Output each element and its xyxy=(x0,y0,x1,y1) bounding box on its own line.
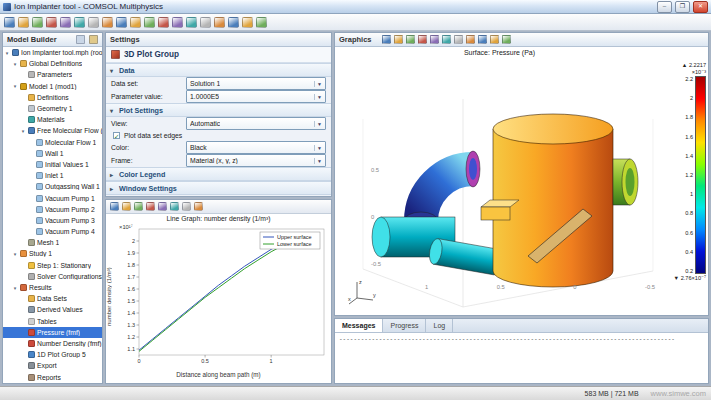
tree-item[interactable]: Data Sets xyxy=(3,293,102,304)
zoom-extents-icon[interactable] xyxy=(134,202,143,211)
save-icon[interactable] xyxy=(32,17,43,28)
tree-item[interactable]: Export xyxy=(3,360,102,371)
tree-expand-icon[interactable]: ▾ xyxy=(20,128,26,134)
plot-edges-checkbox[interactable]: ✓ xyxy=(113,132,120,139)
section-plot-settings[interactable]: ▾ Plot Settings xyxy=(106,103,331,117)
chevron-down-icon: ▼ xyxy=(314,94,322,100)
zoom-out-icon[interactable] xyxy=(122,202,131,211)
zoom-out-icon[interactable] xyxy=(394,35,403,44)
pan-icon[interactable] xyxy=(502,35,511,44)
dataset-select[interactable]: Solution 1 ▼ xyxy=(186,77,326,90)
tree-item[interactable]: Tables xyxy=(3,316,102,327)
tree-expand-icon[interactable]: ▾ xyxy=(12,285,18,291)
new-icon[interactable] xyxy=(4,17,15,28)
section-window-settings[interactable]: ▸ Window Settings xyxy=(106,181,331,195)
tree-item[interactable]: Outgassing Wall 1 xyxy=(3,181,102,192)
tree-expand-icon[interactable]: ▾ xyxy=(12,83,18,89)
minimize-button[interactable]: – xyxy=(657,1,672,13)
cut-icon[interactable] xyxy=(60,17,71,28)
section-data[interactable]: ▾ Data xyxy=(106,63,331,77)
frame-select[interactable]: Material (x, y, z) ▼ xyxy=(186,154,326,167)
grid-icon[interactable] xyxy=(158,202,167,211)
add-study-icon[interactable] xyxy=(158,17,169,28)
help-icon[interactable] xyxy=(256,17,267,28)
tree-item[interactable]: Derived Values xyxy=(3,304,102,315)
tree-item[interactable]: Parameters xyxy=(3,69,102,80)
tab-progress[interactable]: Progress xyxy=(383,319,426,332)
dock-icon[interactable] xyxy=(194,202,203,211)
tree-expand-icon[interactable]: ▾ xyxy=(12,251,18,257)
graphics-tab[interactable]: Graphics xyxy=(335,33,708,47)
view-select[interactable]: Automatic ▼ xyxy=(186,117,326,130)
line-chart[interactable]: 00.511.11.21.31.41.51.61.71.81.92Upper s… xyxy=(115,223,329,371)
tree-item[interactable]: Wall 1 xyxy=(3,148,102,159)
print-plot-icon[interactable] xyxy=(478,35,487,44)
xy-axes-icon[interactable] xyxy=(146,202,155,211)
tree-item[interactable]: ▾Free Molecular Flow (fmf) xyxy=(3,125,102,136)
tree-item[interactable]: Definitions xyxy=(3,92,102,103)
model-wizard-icon[interactable] xyxy=(130,17,141,28)
tree-expand-icon[interactable]: ▾ xyxy=(12,61,18,67)
image-snapshot-icon[interactable] xyxy=(466,35,475,44)
go-to-default-view-icon[interactable] xyxy=(406,35,415,44)
tree-item[interactable]: Geometry 1 xyxy=(3,103,102,114)
open-icon[interactable] xyxy=(18,17,29,28)
legend-tick: 2 xyxy=(690,95,693,101)
tree-options-icon[interactable] xyxy=(89,35,98,44)
compute-icon[interactable] xyxy=(200,17,211,28)
maximize-button[interactable]: ❐ xyxy=(675,1,690,13)
tree-item[interactable]: ▾Study 1 xyxy=(3,248,102,259)
tree-item[interactable]: Vacuum Pump 1 xyxy=(3,192,102,203)
parameter-select[interactable]: 1.0000E5 ▼ xyxy=(186,90,326,103)
tree-item[interactable]: Initial Values 1 xyxy=(3,159,102,170)
tree-item[interactable]: ▾Results xyxy=(3,282,102,293)
plot-icon[interactable] xyxy=(214,17,225,28)
mesh-icon[interactable] xyxy=(186,17,197,28)
tree-item[interactable]: Reports xyxy=(3,371,102,382)
tree-item[interactable]: Molecular Flow 1 xyxy=(3,137,102,148)
color-label: Color: xyxy=(111,144,183,151)
tree-item[interactable]: ▾Global Definitions xyxy=(3,58,102,69)
tree-item[interactable]: Vacuum Pump 4 xyxy=(3,226,102,237)
tree-item[interactable]: Inlet 1 xyxy=(3,170,102,181)
zoom-in-icon[interactable] xyxy=(382,35,391,44)
window-layout-icon[interactable] xyxy=(242,17,253,28)
paste-icon[interactable] xyxy=(88,17,99,28)
collapse-tree-icon[interactable] xyxy=(76,35,85,44)
tree-expand-icon[interactable]: ▾ xyxy=(4,50,10,56)
close-button[interactable]: ✕ xyxy=(693,1,708,13)
undo-icon[interactable] xyxy=(102,17,113,28)
image-snapshot-icon[interactable] xyxy=(170,202,179,211)
graphics-canvas[interactable]: Surface: Pressure (Pa) xyxy=(335,47,708,314)
tree-item[interactable]: Vacuum Pump 2 xyxy=(3,204,102,215)
transparency-icon[interactable] xyxy=(442,35,451,44)
tree-item[interactable]: ▾Model 1 (mod1) xyxy=(3,81,102,92)
rotate-icon[interactable] xyxy=(490,35,499,44)
copy-icon[interactable] xyxy=(74,17,85,28)
tree-item[interactable]: Pressure (fmf) xyxy=(3,327,102,338)
tab-log[interactable]: Log xyxy=(426,319,453,332)
add-physics-icon[interactable] xyxy=(144,17,155,28)
settings-tab[interactable]: Settings xyxy=(106,33,331,47)
tree-item[interactable]: Solver Configurations xyxy=(3,271,102,282)
tree-item[interactable]: ▾Ion Implanter tool.mph (root) xyxy=(3,47,102,58)
zoom-extents-icon[interactable] xyxy=(418,35,427,44)
tree-item[interactable]: 1D Plot Group 5 xyxy=(3,349,102,360)
redo-icon[interactable] xyxy=(116,17,127,28)
tree-item[interactable]: Step 1: Stationary xyxy=(3,260,102,271)
export-plot-icon[interactable] xyxy=(182,202,191,211)
wireframe-icon[interactable] xyxy=(454,35,463,44)
tree-item[interactable]: Vacuum Pump 3 xyxy=(3,215,102,226)
scene-light-icon[interactable] xyxy=(430,35,439,44)
3d-model-render[interactable] xyxy=(343,59,663,311)
zoom-in-icon[interactable] xyxy=(110,202,119,211)
geometry-icon[interactable] xyxy=(172,17,183,28)
color-select[interactable]: Black ▼ xyxy=(186,141,326,154)
tree-item[interactable]: Materials xyxy=(3,114,102,125)
tree-item[interactable]: Number Density (fmf) xyxy=(3,338,102,349)
zoom-extents-icon[interactable] xyxy=(228,17,239,28)
tab-messages[interactable]: Messages xyxy=(335,319,383,332)
print-icon[interactable] xyxy=(46,17,57,28)
section-color-legend[interactable]: ▸ Color Legend xyxy=(106,167,331,181)
tree-item[interactable]: Mesh 1 xyxy=(3,237,102,248)
